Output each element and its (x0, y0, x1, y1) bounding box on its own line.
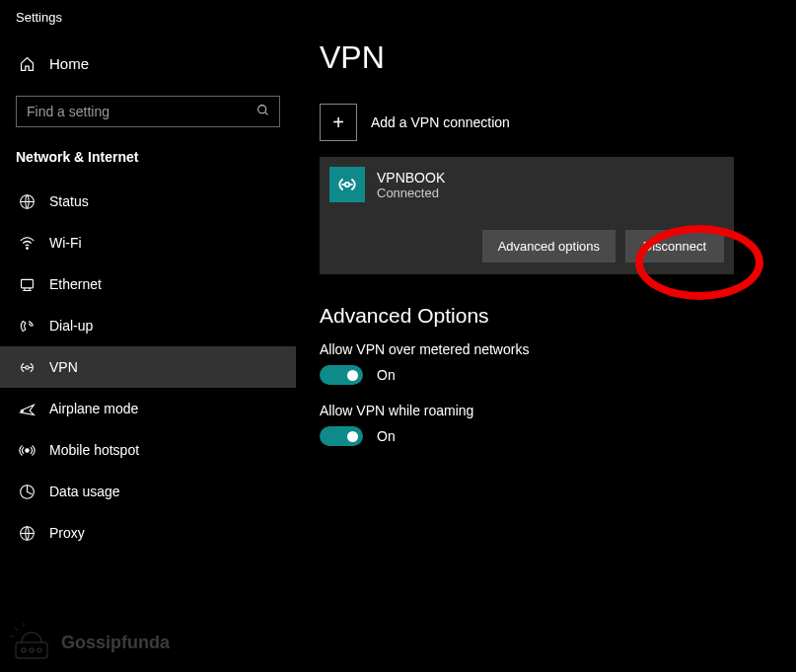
watermark: Gossipfunda (10, 623, 170, 662)
svg-point-10 (30, 648, 34, 652)
svg-rect-8 (16, 642, 47, 658)
toggle-metered-switch[interactable] (320, 365, 363, 385)
home-button[interactable]: Home (0, 44, 296, 82)
datausage-icon (18, 483, 36, 500)
toggle-roaming-switch[interactable] (320, 426, 363, 446)
advanced-options-heading: Advanced Options (320, 304, 776, 328)
sidebar-item-datausage[interactable]: Data usage (0, 471, 296, 512)
settings-sidebar: Settings Home Network & Internet (0, 0, 296, 672)
sidebar-item-label: Airplane mode (49, 401, 138, 416)
ethernet-icon (18, 275, 36, 293)
sidebar-item-label: VPN (49, 359, 78, 375)
status-icon (18, 192, 36, 210)
toggle-roaming: Allow VPN while roaming On (320, 403, 776, 446)
sidebar-item-label: Proxy (49, 525, 85, 541)
dialup-icon (18, 317, 36, 335)
sidebar-item-vpn[interactable]: VPN (0, 346, 296, 388)
search-input-wrap[interactable] (16, 96, 280, 127)
svg-point-12 (345, 183, 349, 187)
toggle-label: Allow VPN while roaming (320, 403, 776, 418)
app-title: Settings (0, 0, 296, 33)
svg-point-5 (25, 448, 28, 451)
connection-status: Connected (377, 186, 445, 200)
sidebar-item-status[interactable]: Status (0, 181, 296, 222)
svg-rect-3 (21, 279, 33, 288)
sidebar-item-label: Status (49, 193, 89, 209)
toggle-state: On (377, 428, 396, 444)
toggle-metered: Allow VPN over metered networks On (320, 341, 776, 385)
vpn-icon (18, 358, 36, 376)
connection-name: VPNBOOK (377, 170, 445, 186)
toggle-label: Allow VPN over metered networks (320, 341, 776, 357)
vpn-connection-icon (329, 167, 365, 202)
vpn-connection-card[interactable]: VPNBOOK Connected Advanced options Disco… (320, 157, 734, 274)
sidebar-item-dialup[interactable]: Dial-up (0, 305, 296, 346)
sidebar-item-label: Wi-Fi (49, 235, 82, 251)
disconnect-button[interactable]: Disconnect (625, 230, 724, 262)
sidebar-item-proxy[interactable]: Proxy (0, 512, 296, 554)
hotspot-icon (18, 441, 36, 459)
svg-point-11 (37, 648, 41, 652)
home-icon (18, 54, 36, 72)
svg-point-9 (22, 648, 26, 652)
sidebar-item-label: Mobile hotspot (49, 442, 139, 458)
add-vpn-label: Add a VPN connection (371, 114, 510, 130)
svg-point-2 (26, 247, 28, 249)
toggle-state: On (377, 367, 396, 383)
sidebar-item-hotspot[interactable]: Mobile hotspot (0, 429, 296, 471)
search-icon (256, 104, 269, 119)
sidebar-item-ethernet[interactable]: Ethernet (0, 263, 296, 305)
sidebar-item-airplane[interactable]: Airplane mode (0, 388, 296, 429)
category-title: Network & Internet (0, 143, 296, 181)
plus-icon: + (320, 104, 357, 141)
airplane-icon (18, 400, 36, 417)
svg-point-0 (258, 106, 266, 113)
advanced-options-button[interactable]: Advanced options (482, 230, 615, 262)
watermark-text: Gossipfunda (61, 633, 170, 653)
sidebar-item-label: Ethernet (49, 276, 102, 292)
wifi-icon (18, 234, 36, 252)
svg-point-4 (25, 365, 28, 368)
sidebar-item-wifi[interactable]: Wi-Fi (0, 222, 296, 263)
home-label: Home (49, 55, 89, 72)
add-vpn-button[interactable]: + Add a VPN connection (320, 104, 776, 141)
proxy-icon (18, 524, 36, 542)
sidebar-item-label: Dial-up (49, 318, 93, 334)
main-panel: VPN + Add a VPN connection VPNBOOK Conne… (296, 0, 796, 672)
sidebar-item-label: Data usage (49, 484, 120, 499)
page-title: VPN (320, 39, 776, 76)
search-input[interactable] (27, 104, 256, 119)
